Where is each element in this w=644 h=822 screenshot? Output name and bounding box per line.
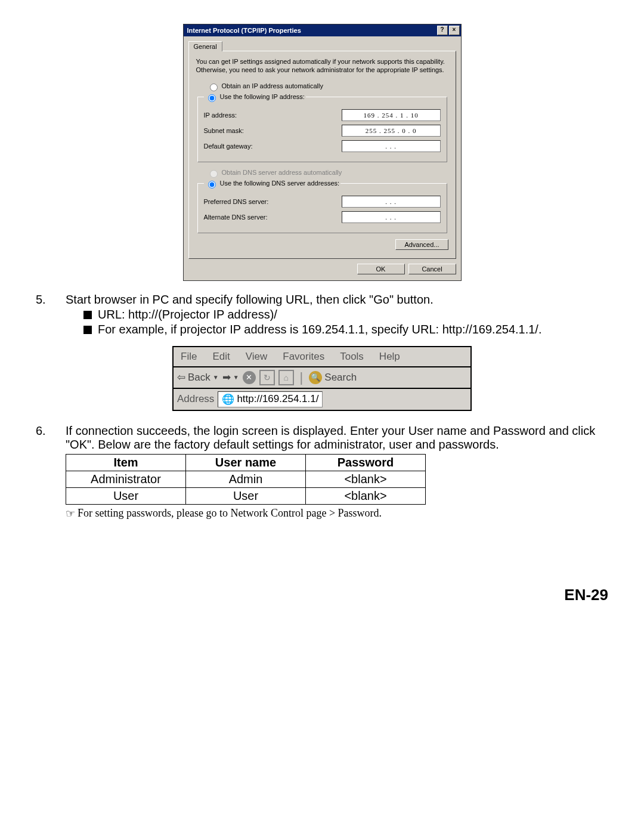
step-5-bullet-1: URL: http://(Projector IP address)/ [98,308,277,322]
cell-username: User [186,487,306,504]
col-header-username: User name [186,454,306,471]
dropdown-arrow-icon: ▼ [233,374,239,381]
home-icon[interactable]: ⌂ [278,370,294,385]
menu-file[interactable]: File [181,351,197,363]
forward-arrow-icon: ➡ [222,371,231,384]
stop-icon[interactable]: ✕ [243,371,256,384]
col-header-item: Item [66,454,186,471]
password-note: For setting passwords, please go to Netw… [78,507,382,520]
browser-toolbar: File Edit View Favorites Tools Help ⇦ Ba… [172,346,472,411]
browser-menu-bar: File Edit View Favorites Tools Help [174,347,470,367]
step-6-text: If connection succeeds, the login screen… [66,424,608,452]
input-subnet-mask[interactable]: 255 . 255 . 0 . 0 [342,125,441,137]
input-default-gateway[interactable]: . . . [342,140,441,152]
label-ip-address: IP address: [204,112,342,119]
help-button[interactable]: ? [437,26,448,35]
radio-manual-dns[interactable] [208,181,216,188]
cell-username: Admin [186,471,306,487]
menu-view[interactable]: View [246,351,268,363]
radio-auto-ip-label: Obtain an IP address automatically [222,82,323,89]
cancel-button[interactable]: Cancel [408,264,456,274]
credentials-table: Item User name Password Administrator Ad… [66,454,426,505]
address-url: http://169.254.1.1/ [237,393,318,405]
input-ip-address[interactable]: 169 . 254 . 1 . 10 [342,109,441,121]
address-input[interactable]: 🌐 http://169.254.1.1/ [218,391,323,407]
dialog-titlebar: Internet Protocol (TCP/IP) Properties ? … [184,24,461,36]
page-number: EN-29 [36,586,608,604]
back-button[interactable]: ⇦ Back ▼ [177,371,219,384]
forward-button[interactable]: ➡ ▼ [222,371,239,384]
step-6-number: 6. [36,424,66,520]
label-subnet-mask: Subnet mask: [204,127,342,134]
step-5-bullet-2: For example, if projector IP address is … [98,323,541,336]
dialog-description: You can get IP settings assigned automat… [196,57,448,75]
toolbar-separator: | [298,371,306,384]
ie-page-icon: 🌐 [222,393,234,406]
radio-manual-ip-label: Use the following IP address: [220,93,305,100]
ok-button[interactable]: OK [357,264,405,274]
pointing-hand-icon: ☞ [66,507,75,520]
back-arrow-icon: ⇦ [177,371,185,384]
tab-general[interactable]: General [188,41,222,51]
table-row: Administrator Admin <blank> [66,471,426,487]
menu-tools[interactable]: Tools [340,351,364,363]
input-preferred-dns[interactable]: . . . [342,196,441,208]
address-label: Address [177,393,214,405]
browser-toolbar-row: ⇦ Back ▼ ➡ ▼ ✕ ↻ ⌂ | 🔍 Search [174,367,470,389]
label-default-gateway: Default gateway: [204,143,342,150]
radio-manual-dns-label: Use the following DNS server addresses: [220,180,340,187]
cell-item: Administrator [66,471,186,487]
close-button[interactable]: × [449,26,460,35]
refresh-icon[interactable]: ↻ [259,370,275,385]
dialog-title: Internet Protocol (TCP/IP) Properties [187,27,301,34]
table-row: User User <blank> [66,487,426,504]
dropdown-arrow-icon: ▼ [213,374,219,381]
radio-auto-ip[interactable] [210,84,218,91]
label-preferred-dns: Preferred DNS server: [204,198,342,205]
col-header-password: Password [306,454,426,471]
square-bullet-icon [83,311,92,319]
menu-edit[interactable]: Edit [212,351,230,363]
cell-password: <blank> [306,471,426,487]
menu-favorites[interactable]: Favorites [283,351,324,363]
cell-password: <blank> [306,487,426,504]
radio-manual-ip[interactable] [208,94,216,102]
input-alternate-dns[interactable]: . . . [342,211,441,223]
search-icon: 🔍 [309,371,322,384]
advanced-button[interactable]: Advanced... [395,239,448,250]
address-bar-row: Address 🌐 http://169.254.1.1/ [174,389,470,410]
radio-auto-dns-label: Obtain DNS server address automatically [222,169,342,176]
label-alternate-dns: Alternate DNS server: [204,214,342,221]
square-bullet-icon [83,326,92,334]
search-button[interactable]: 🔍 Search [309,371,357,384]
menu-help[interactable]: Help [379,351,400,363]
step-5-text: Start browser in PC and specify followin… [66,293,608,307]
step-5-number: 5. [36,293,66,338]
tcpip-properties-dialog: Internet Protocol (TCP/IP) Properties ? … [183,24,462,281]
cell-item: User [66,487,186,504]
radio-auto-dns [210,170,218,178]
